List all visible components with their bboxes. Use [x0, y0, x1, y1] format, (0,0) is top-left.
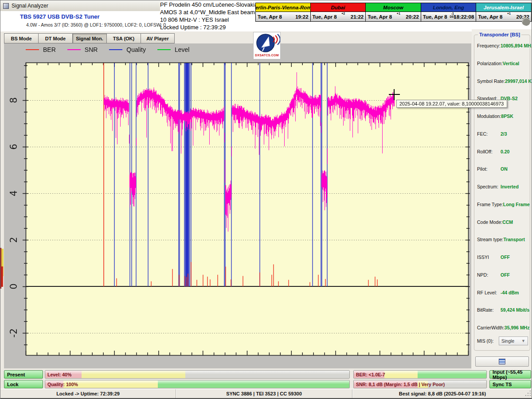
- transponder-label: NPD:: [477, 272, 488, 278]
- transponder-row-code-mode-: Code Mode:CCM: [477, 219, 528, 225]
- chevron-down-icon: ▼: [521, 339, 525, 343]
- transponder-value: 8PSK: [501, 113, 528, 119]
- transponder-label: Stream type:: [477, 237, 504, 242]
- clock-date: Tue, Apr 8: [258, 14, 282, 20]
- transponder-row-stream-type-: Stream type:Transport: [477, 237, 528, 242]
- level-progress-bar: Level: 40%: [45, 370, 350, 379]
- clock-city-label: Berlin-Paris-Vienna-Roma: [256, 3, 310, 12]
- transponder-label: CarrierWidth:: [477, 325, 505, 330]
- legend-label: BER: [43, 46, 56, 53]
- tuner-title: TBS 5927 USB DVB-S2 Tuner: [20, 13, 100, 20]
- input-rate-indicator[interactable]: Input (~55,45 Mbps): [489, 370, 531, 379]
- tab-tsa-ok-[interactable]: TSA (OK): [106, 33, 141, 43]
- transponder-value: ON: [501, 166, 528, 172]
- transponder-label: Frequency:: [477, 43, 501, 48]
- clock-date: Tue, Apr 8: [423, 14, 447, 20]
- info-line-frequency: 10 806 MHz-V : YES Israel: [160, 16, 254, 23]
- ber-progress-bar: BER: <1.0E-7: [353, 370, 487, 379]
- clock-city-label: Jerusalem-Israel: [476, 3, 531, 12]
- transponder-label: Pilot:: [477, 166, 487, 172]
- clock-date: Tue, Apr 8: [478, 14, 502, 20]
- transponder-group-title: Transponder [BS]: [478, 32, 521, 37]
- transponder-label: RF Level:: [477, 290, 497, 295]
- snr-bar-label: SNR: 8,1 dB (Margin: 1,5 dB | Very Poor): [356, 382, 445, 387]
- logo-text: DXSATCS.COM: [255, 54, 278, 57]
- clock-time: 18:22:08: [454, 14, 474, 20]
- transponder-value: Vertical: [503, 61, 528, 66]
- resize-grip[interactable]: [524, 391, 531, 397]
- dxsatcs-logo: DXSATCS.COM: [253, 32, 281, 59]
- transponder-label: RollOff:: [477, 149, 493, 154]
- transponder-value: 35,996 MHz: [505, 325, 530, 330]
- legend-item-snr: SNR: [67, 46, 98, 53]
- transport-table-button[interactable]: [475, 356, 529, 367]
- transponder-value: 2/3: [501, 131, 528, 137]
- clock-time: 20:22: [406, 14, 419, 20]
- transponder-label: Modulation:: [477, 113, 501, 119]
- transponder-rows: Frequency:10805,894 MHzPolarization:Vert…: [477, 43, 528, 330]
- transponder-value: -44 dBm: [501, 290, 528, 295]
- legend-item-quality: Quality: [109, 46, 146, 53]
- transponder-row-frequency-: Frequency:10805,894 MHz: [477, 43, 528, 48]
- clock-date: Tue, Apr 8: [368, 14, 392, 20]
- transponder-row-carrierwidth-: CarrierWidth:35,996 MHz: [477, 325, 528, 330]
- transponder-label: ISSYI: [477, 254, 489, 260]
- title-bar[interactable]: Signal Analyzer: [0, 0, 160, 11]
- clock-3: London, EngTue, Apr 8-1DST18:22:08: [421, 3, 477, 22]
- clock-time: 21:22: [351, 14, 364, 20]
- transponder-label: Frame Type:: [477, 202, 503, 207]
- mis-selected-value: Single: [501, 338, 514, 344]
- legend-swatch-ber: [26, 49, 39, 50]
- clock-time-row: Tue, Apr 8+221:22: [311, 12, 366, 21]
- transponder-value: Inverted: [501, 184, 528, 189]
- mis-select[interactable]: Single ▼: [499, 336, 528, 345]
- legend-swatch-snr: [67, 49, 81, 50]
- bar-gloss: [45, 371, 349, 374]
- lock-indicator[interactable]: Lock: [4, 380, 43, 388]
- background-window-fragment: [1, 266, 3, 287]
- clock-0: Berlin-Paris-Vienna-RomaTue, Apr 819:22: [255, 3, 311, 22]
- signal-analyzer-window: Signal Analyzer TBS 5927 USB DVB-S2 Tune…: [0, 0, 532, 399]
- clock-2: MoscowTue, Apr 8+120:22: [366, 3, 421, 22]
- transponder-label: BitRate:: [477, 307, 493, 313]
- transponder-row-npd-: NPD:OFF: [477, 272, 528, 278]
- transponder-row-rolloff-: RollOff:0.20: [477, 149, 528, 154]
- transponder-value: OFF: [501, 272, 528, 278]
- snr-progress-bar: SNR: 8,1 dB (Margin: 1,5 dB | Very Poor): [353, 380, 487, 388]
- present-indicator[interactable]: Present: [4, 370, 43, 379]
- clock-city-label: Dubai: [311, 3, 366, 12]
- mis-row: MIS (0): Single ▼: [477, 336, 528, 345]
- clock-1: DubaiTue, Apr 8+221:22: [311, 3, 366, 22]
- transponder-row-modulation-: Modulation:8PSK: [477, 113, 528, 119]
- transponder-panel: Transponder [BS] Frequency:10805,894 MHz…: [472, 29, 532, 371]
- mis-label: MIS (0):: [477, 338, 493, 344]
- legend-swatch-level: [157, 49, 171, 50]
- clock-time: 19:22: [295, 14, 308, 20]
- sync-ts-indicator[interactable]: Sync TS: [489, 380, 531, 388]
- tab-bs-mode[interactable]: BS Mode: [4, 33, 38, 43]
- world-clocks: Berlin-Paris-Vienna-RomaTue, Apr 819:22D…: [255, 3, 532, 22]
- bar-gloss: [45, 380, 349, 384]
- clock-utc-offset: -1DST: [450, 12, 455, 18]
- status-bar: Locked -> Uptime: 72:39:29 SYNC 3886 | T…: [0, 389, 532, 398]
- transponder-value: CCM: [502, 219, 528, 225]
- transponder-label: FEC:: [477, 131, 488, 137]
- transponder-label: Spectrum:: [477, 184, 498, 189]
- transponder-label: Polarization:: [477, 61, 503, 66]
- transponder-groupbox: Transponder [BS] Frequency:10805,894 MHz…: [474, 35, 530, 351]
- tab-signal-mon-[interactable]: Signal Mon.: [72, 33, 106, 43]
- transponder-label: Symbol Rate:: [477, 78, 505, 84]
- clock-time-row: Tue, Apr 8+120:22: [366, 12, 421, 21]
- tab-dt-mode[interactable]: DT Mode: [38, 33, 72, 43]
- mode-tabs: BS ModeDT ModeSignal Mon.TSA (OK)AV Play…: [4, 33, 175, 43]
- status-sync-counters: SYNC 3886 | TEI 3523 | CC 59300: [176, 389, 352, 398]
- transponder-value: 10805,894 MHz: [501, 43, 528, 48]
- table-icon: [499, 359, 505, 364]
- legend-label: Level: [175, 46, 189, 53]
- tab-av-player[interactable]: AV Player: [141, 33, 175, 43]
- clock-utc-offset: +1: [507, 12, 511, 15]
- clock-time-row: Tue, Apr 819:22: [256, 12, 310, 21]
- signal-chart[interactable]: [4, 43, 471, 368]
- transponder-value: 59,424 Mbit/s: [501, 307, 528, 313]
- transponder-row-frame-type-: Frame Type:Long Frame: [477, 202, 528, 207]
